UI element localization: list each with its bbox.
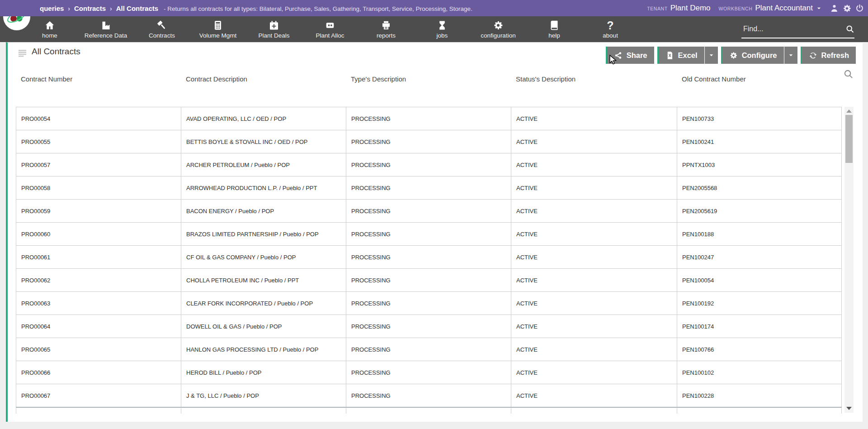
chevron-down-icon (816, 6, 821, 11)
workbench-selector[interactable]: WORKBENCH Plant Accountant (719, 4, 821, 13)
cell-type-description: PROCESSING (346, 361, 511, 384)
cell-contract-number: PRO00058 (16, 176, 181, 199)
cell-type-description: PROCESSING (346, 130, 511, 153)
table-row[interactable]: PRO00063CLEAR FORK INCORPORATED / Pueblo… (16, 292, 842, 315)
cell-contract-description: CF OIL & GAS COMPANY / Pueblo / POP (181, 246, 346, 268)
scrollbar-thumb[interactable] (845, 115, 853, 163)
nav-item-label: about (603, 32, 618, 39)
nav-item-help[interactable]: help (526, 16, 582, 42)
cell-status-description: ACTIVE (511, 292, 677, 315)
cell-status-description: ACTIVE (511, 246, 677, 268)
workbench-value: Plant Accountant (755, 4, 813, 13)
cell-contract-number: PRO00060 (16, 223, 181, 245)
breadcrumb-contracts[interactable]: Contracts (74, 5, 106, 12)
table-row[interactable]: PRO00055BETTIS BOYLE & STOVALL INC / OED… (16, 130, 842, 153)
nav-item-plant-deals[interactable]: Plant Deals (246, 16, 302, 42)
partial-table-row (16, 408, 842, 414)
cell-status-description: ACTIVE (511, 361, 677, 384)
breadcrumb: queries › Contracts › All Contracts - Re… (0, 5, 472, 12)
nav-item-about[interactable]: ?about (582, 16, 638, 42)
column-header[interactable]: Old Contract Number (677, 75, 842, 83)
power-icon[interactable] (855, 4, 864, 13)
table-row[interactable]: PRO00065HANLON GAS PROCESSING LTD / Pueb… (16, 338, 842, 361)
nav-item-label: Plant Alloc (316, 32, 344, 39)
gavel-icon (156, 20, 168, 31)
cell-old-contract-number: PEN100733 (677, 107, 842, 130)
configure-dropdown-button[interactable] (784, 47, 797, 64)
cell-contract-description: ARCHER PETROLEUM / Pueblo / POP (181, 153, 346, 176)
excel-dropdown-button[interactable] (704, 47, 718, 64)
cell-contract-description: CLEAR FORK INCORPORATED / Pueblo / POP (181, 292, 346, 315)
column-header[interactable]: Status's Description (511, 75, 677, 83)
cell-type-description: PROCESSING (346, 200, 511, 222)
table-row[interactable]: PRO00054AVAD OPERATING, LLC / OED / POPP… (16, 107, 842, 130)
breadcrumb-queries[interactable]: queries (40, 5, 64, 12)
cell-status-description: ACTIVE (511, 384, 677, 407)
cell-contract-description: BETTIS BOYLE & STOVALL INC / OED / POP (181, 130, 346, 153)
nav-item-reference-data[interactable]: Reference Data (78, 16, 134, 42)
cell-contract-number: PRO00054 (16, 107, 181, 130)
cell-old-contract-number: PEN100247 (677, 246, 842, 268)
cell-old-contract-number: PEN100241 (677, 130, 842, 153)
table-row[interactable]: PRO00066HEROD BILL / Pueblo / POPPROCESS… (16, 361, 842, 384)
column-header[interactable]: Contract Number (16, 75, 181, 83)
cell-old-contract-number: PEN100228 (677, 384, 842, 407)
nav-item-reports[interactable]: reports (358, 16, 414, 42)
user-icon[interactable] (830, 4, 839, 13)
column-header[interactable]: Contract Description (181, 75, 346, 83)
cell-contract-number: PRO00061 (16, 246, 181, 268)
breadcrumb-separator: › (110, 5, 112, 12)
refresh-button-label: Refresh (821, 51, 849, 60)
scroll-up-button[interactable] (846, 110, 852, 113)
table-row[interactable]: PRO00067J & TG, LLC / Pueblo / POPPROCES… (16, 384, 842, 407)
search-icon[interactable] (845, 24, 854, 33)
top-bar: queries › Contracts › All Contracts - Re… (0, 0, 868, 16)
nav-item-configuration[interactable]: configuration (470, 16, 526, 42)
cell-status-description: ACTIVE (511, 223, 677, 245)
nav-item-label: Volume Mgmt (199, 32, 237, 39)
scroll-down-button[interactable] (846, 407, 852, 410)
cell-status-description: ACTIVE (511, 107, 677, 130)
share-button[interactable]: Share (606, 47, 654, 64)
gear-icon[interactable] (842, 4, 852, 13)
table-row[interactable]: PRO00060BRAZOS LIMITED PARTNERSHIP / Pue… (16, 223, 842, 246)
excel-button[interactable]: Excel (657, 47, 704, 64)
table-body: PRO00054AVAD OPERATING, LLC / OED / POPP… (16, 107, 842, 408)
configure-button[interactable]: Configure (721, 47, 784, 64)
cell-empty (16, 408, 181, 414)
content-panel: All Contracts Share Excel (6, 42, 863, 422)
cell-type-description: PROCESSING (346, 269, 511, 291)
nav-item-label: Reference Data (85, 32, 127, 39)
nav-item-plant-alloc[interactable]: Plant Alloc (302, 16, 358, 42)
cell-type-description: PROCESSING (346, 292, 511, 315)
cell-contract-number: PRO00067 (16, 384, 181, 407)
table-row[interactable]: PRO00061CF OIL & GAS COMPANY / Pueblo / … (16, 246, 842, 269)
nav-item-jobs[interactable]: jobs (414, 16, 470, 42)
nav-item-volume-mgmt[interactable]: Volume Mgmt (190, 16, 246, 42)
share-button-label: Share (627, 51, 647, 60)
table-header: Contract NumberContract DescriptionType'… (16, 75, 842, 83)
cell-old-contract-number: PEN100766 (677, 338, 842, 361)
nav-item-contracts[interactable]: Contracts (134, 16, 190, 42)
cell-old-contract-number: PEN100054 (677, 269, 842, 291)
table-row[interactable]: PRO00062CHOLLA PETROLEUM INC / Pueblo / … (16, 269, 842, 292)
table-row[interactable]: PRO00064DOWELL OIL & GAS / Pueblo / POPP… (16, 315, 842, 338)
book-icon (549, 20, 560, 31)
factory-icon (100, 20, 112, 31)
table-row[interactable]: PRO00058ARROWHEAD PRODUCTION L.P. / Pueb… (16, 176, 842, 200)
find-box (741, 20, 854, 38)
refresh-button[interactable]: Refresh (801, 47, 856, 64)
toolbar: Share Excel Configure (606, 47, 856, 64)
cell-contract-description: J & TG, LLC / Pueblo / POP (181, 384, 346, 407)
find-input[interactable] (741, 25, 845, 33)
cell-contract-description: AVAD OPERATING, LLC / OED / POP (181, 107, 346, 130)
cell-status-description: ACTIVE (511, 130, 677, 153)
table-search-icon[interactable] (843, 69, 854, 79)
vertical-scrollbar[interactable] (844, 107, 854, 413)
breadcrumb-all-contracts[interactable]: All Contracts (116, 5, 158, 12)
column-header[interactable]: Type's Description (346, 75, 511, 83)
table-row[interactable]: PRO00057ARCHER PETROLEUM / Pueblo / POPP… (16, 153, 842, 176)
table-row[interactable]: PRO00059BACON ENERGY / Pueblo / POPPROCE… (16, 200, 842, 223)
cell-status-description: ACTIVE (511, 200, 677, 222)
cell-empty (181, 408, 346, 414)
